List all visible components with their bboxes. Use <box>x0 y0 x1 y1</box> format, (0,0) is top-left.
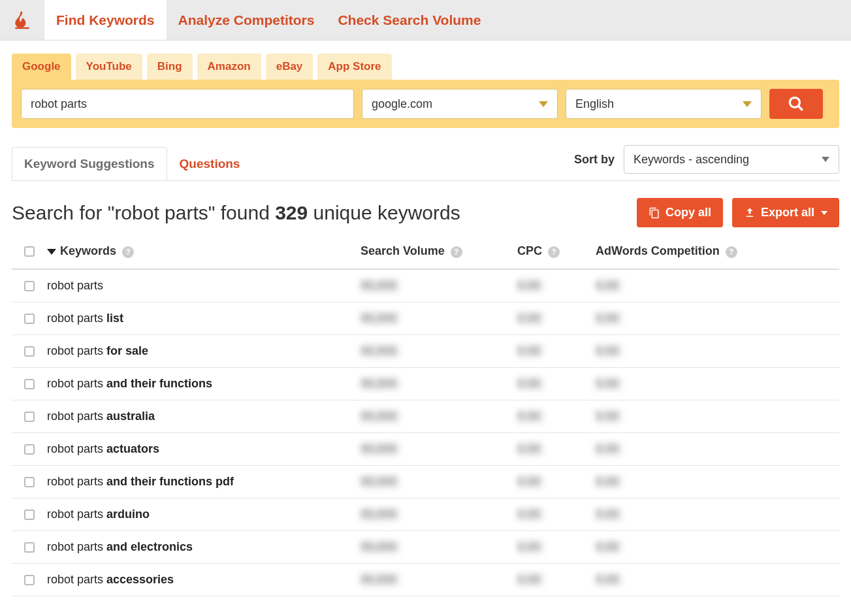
adwords-cell: 0.00 <box>596 312 839 325</box>
row-checkbox[interactable] <box>24 542 35 553</box>
search-button[interactable] <box>769 89 823 119</box>
keyword-cell[interactable]: robot parts and their functions pdf <box>47 475 361 489</box>
search-volume-cell: 00,000 <box>361 442 517 456</box>
col-search-volume-header[interactable]: Search Volume ? <box>361 244 517 258</box>
col-adwords-header[interactable]: AdWords Competition ? <box>596 244 839 258</box>
row-checkbox[interactable] <box>24 281 35 291</box>
row-checkbox[interactable] <box>24 346 35 357</box>
sort-select[interactable]: Keywords - ascending <box>624 145 839 174</box>
search-volume-cell: 00,000 <box>361 540 517 554</box>
adwords-cell: 0.00 <box>596 573 839 587</box>
results-heading: Search for "robot parts" found 329 uniqu… <box>12 202 460 224</box>
adwords-cell: 0.00 <box>596 377 839 391</box>
copy-all-button[interactable]: Copy all <box>637 198 723 227</box>
row-checkbox[interactable] <box>24 314 35 324</box>
search-volume-cell: 00,000 <box>361 344 517 358</box>
keyword-input[interactable] <box>21 89 354 119</box>
search-volume-cell: 00,000 <box>361 573 517 587</box>
row-checkbox[interactable] <box>24 379 35 389</box>
platform-tab[interactable]: Bing <box>147 54 193 80</box>
row-checkbox[interactable] <box>24 477 35 487</box>
subrow: Keyword SuggestionsQuestions Sort by Key… <box>12 145 839 181</box>
results-table: Keywords ? Search Volume ? CPC ? AdWords… <box>12 234 839 596</box>
result-tabs: Keyword SuggestionsQuestions <box>12 146 252 180</box>
top-nav: Find KeywordsAnalyze CompetitorsCheck Se… <box>0 0 851 41</box>
sort-desc-icon <box>47 249 56 255</box>
col-keywords-header[interactable]: Keywords ? <box>47 244 361 258</box>
select-all-checkbox[interactable] <box>24 246 35 257</box>
topnav-item[interactable]: Find Keywords <box>44 0 167 40</box>
cpc-cell: 0.00 <box>517 377 596 391</box>
cpc-cell: 0.00 <box>517 344 596 358</box>
cpc-cell: 0.00 <box>517 573 596 587</box>
col-cpc-header[interactable]: CPC ? <box>517 244 596 258</box>
chevron-down-icon <box>539 101 548 107</box>
keyword-cell[interactable]: robot parts and electronics <box>47 540 361 554</box>
help-icon[interactable]: ? <box>451 246 462 258</box>
result-tab[interactable]: Keyword Suggestions <box>12 147 167 180</box>
sort-wrap: Sort by Keywords - ascending <box>574 145 839 180</box>
table-row: robot parts arduino00,0000.000.00 <box>12 498 839 531</box>
cpc-cell: 0.00 <box>517 540 596 554</box>
export-icon <box>744 207 756 219</box>
row-checkbox[interactable] <box>24 575 35 585</box>
cpc-cell: 0.00 <box>517 442 596 456</box>
copy-icon <box>649 207 660 219</box>
table-row: robot parts list00,0000.000.00 <box>12 302 839 335</box>
cpc-cell: 0.00 <box>517 475 596 489</box>
search-volume-cell: 00,000 <box>361 410 517 423</box>
svg-point-0 <box>790 97 799 107</box>
help-icon[interactable]: ? <box>122 246 134 258</box>
svg-line-1 <box>798 106 803 110</box>
adwords-cell: 0.00 <box>596 344 839 358</box>
row-checkbox[interactable] <box>24 510 35 520</box>
search-panel: GoogleYouTubeBingAmazoneBayApp Store goo… <box>0 41 851 128</box>
cpc-cell: 0.00 <box>517 279 596 293</box>
sort-select-value: Keywords - ascending <box>634 153 749 167</box>
chevron-down-icon <box>743 101 752 107</box>
table-row: robot parts00,0000.000.00 <box>12 270 839 302</box>
adwords-cell: 0.00 <box>596 410 839 423</box>
table-row: robot parts and their functions00,0000.0… <box>12 368 839 400</box>
keyword-cell[interactable]: robot parts actuators <box>47 442 361 456</box>
platform-tab[interactable]: App Store <box>317 54 391 80</box>
help-icon[interactable]: ? <box>726 246 737 258</box>
table-row: robot parts and their functions pdf00,00… <box>12 466 839 498</box>
keyword-cell[interactable]: robot parts and their functions <box>47 377 361 391</box>
topnav-item[interactable]: Analyze Competitors <box>167 0 327 40</box>
help-icon[interactable]: ? <box>548 246 560 258</box>
domain-select[interactable]: google.com <box>362 89 558 119</box>
row-checkbox[interactable] <box>24 412 35 422</box>
language-select[interactable]: English <box>566 89 762 119</box>
platform-tab[interactable]: YouTube <box>76 54 142 80</box>
search-volume-cell: 00,000 <box>361 312 517 325</box>
adwords-cell: 0.00 <box>596 475 839 489</box>
domain-select-value: google.com <box>372 97 432 111</box>
search-volume-cell: 00,000 <box>361 279 517 293</box>
row-checkbox[interactable] <box>24 444 35 455</box>
table-row: robot parts actuators00,0000.000.00 <box>12 433 839 466</box>
search-volume-cell: 00,000 <box>361 508 517 521</box>
topnav-item[interactable]: Check Search Volume <box>326 0 492 40</box>
sort-label: Sort by <box>574 153 615 167</box>
platform-tab[interactable]: Google <box>12 54 71 80</box>
keyword-cell[interactable]: robot parts <box>47 279 361 293</box>
platform-tabs: GoogleYouTubeBingAmazoneBayApp Store <box>12 54 839 80</box>
search-volume-cell: 00,000 <box>361 377 517 391</box>
export-all-button[interactable]: Export all <box>732 198 839 227</box>
cpc-cell: 0.00 <box>517 312 596 325</box>
keyword-cell[interactable]: robot parts australia <box>47 410 361 423</box>
keyword-cell[interactable]: robot parts for sale <box>47 344 361 358</box>
action-buttons: Copy all Export all <box>637 198 839 227</box>
table-header: Keywords ? Search Volume ? CPC ? AdWords… <box>12 234 839 270</box>
chevron-down-icon <box>822 157 829 162</box>
platform-tab[interactable]: Amazon <box>197 54 261 80</box>
keyword-cell[interactable]: robot parts list <box>47 312 361 325</box>
keyword-cell[interactable]: robot parts arduino <box>47 508 361 521</box>
logo <box>0 0 44 40</box>
adwords-cell: 0.00 <box>596 442 839 456</box>
platform-tab[interactable]: eBay <box>266 54 313 80</box>
table-row: robot parts australia00,0000.000.00 <box>12 400 839 433</box>
result-tab[interactable]: Questions <box>167 147 253 180</box>
keyword-cell[interactable]: robot parts accessories <box>47 573 361 587</box>
